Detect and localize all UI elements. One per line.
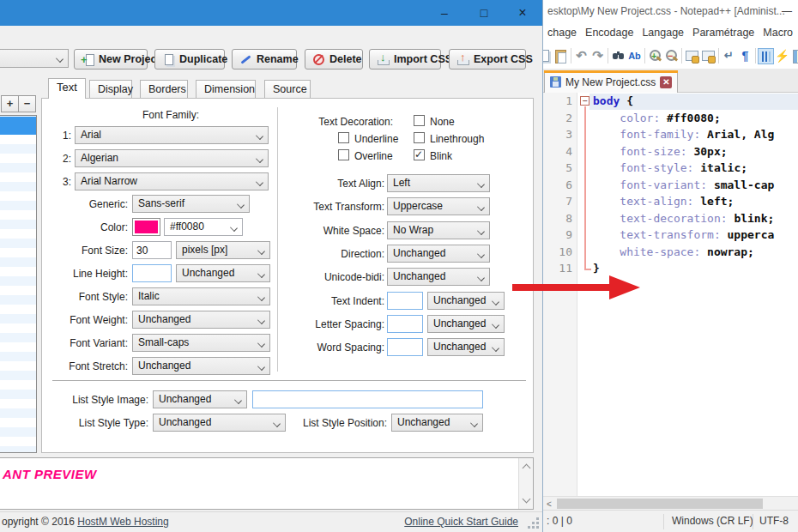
function-list-icon[interactable]: ⚡ <box>774 48 790 64</box>
selected-list-item[interactable] <box>0 117 36 135</box>
horizontal-scrollbar[interactable]: < <box>543 496 798 510</box>
tab-dimension[interactable]: Dimension <box>196 80 256 98</box>
color-swatch[interactable] <box>132 218 160 236</box>
zoom-out-icon[interactable] <box>663 48 680 64</box>
line-number: 7 <box>543 195 572 208</box>
menu-item-macro[interactable]: Macro <box>759 27 797 39</box>
file-tab-label: My New Project.css <box>565 76 656 88</box>
menu-item-langage[interactable]: Langage <box>638 27 688 39</box>
maximize-button[interactable]: □ <box>467 0 501 26</box>
notepad-minimize-button[interactable]: — <box>782 0 792 22</box>
delete-button[interactable]: Delete <box>305 49 363 70</box>
encoding-status: UTF-8 <box>759 511 789 532</box>
unicode-bidi-select[interactable]: Unchanged <box>387 268 490 286</box>
project-selector[interactable] <box>0 49 69 68</box>
family2-label: 2: <box>49 153 71 165</box>
letter-spacing-unit-select[interactable]: Unchanged <box>427 315 505 333</box>
font-style-select[interactable]: Italic <box>132 287 270 305</box>
scroll-down-icon[interactable] <box>523 495 531 504</box>
font-family-2-select[interactable]: Algerian <box>75 149 269 167</box>
font-weight-select[interactable]: Unchanged <box>132 311 270 329</box>
word-wrap-icon[interactable]: ↵ <box>721 48 737 64</box>
decoration-none-checkbox[interactable] <box>414 115 425 126</box>
add-selector-button[interactable]: + <box>1 95 19 112</box>
menu-item-chage[interactable]: chage <box>543 27 581 39</box>
tab-source[interactable]: Source <box>264 80 311 98</box>
decoration-overline-checkbox[interactable] <box>338 149 349 160</box>
sync-scroll-h-icon[interactable] <box>700 48 716 64</box>
decoration-underline-checkbox[interactable] <box>338 132 349 143</box>
font-family-3-select[interactable]: Arial Narrow <box>75 172 269 190</box>
generic-select[interactable]: Sans-serif <box>132 195 250 213</box>
scroll-up-icon[interactable] <box>523 464 531 473</box>
rename-button[interactable]: Rename <box>232 49 297 70</box>
css-editor-window: – □ × New ProjectDuplicateRenameDeleteIm… <box>0 0 542 532</box>
notepad-file-tab[interactable]: My New Project.css ✕ <box>544 70 678 93</box>
remove-selector-button[interactable]: − <box>18 95 36 112</box>
decoration-none-label: None <box>430 116 455 128</box>
redo-icon[interactable]: ↷ <box>589 48 606 64</box>
list-style-image-url-input[interactable] <box>252 390 483 408</box>
scroll-left-icon[interactable]: < <box>547 500 552 508</box>
text-transform-select[interactable]: Uppercase <box>387 197 490 215</box>
code-editor[interactable]: 1body {2 color: #ff0080;3 font-family: A… <box>543 93 798 496</box>
replace-icon[interactable]: Ab <box>626 48 643 64</box>
tab-display[interactable]: Display <box>89 80 132 98</box>
text-indent-input[interactable] <box>387 292 423 310</box>
word-spacing-unit-select[interactable]: Unchanged <box>427 338 505 356</box>
quick-start-guide-link[interactable]: Online Quick Start Guide <box>404 516 518 528</box>
find-icon[interactable] <box>610 48 626 64</box>
indent-guide-icon[interactable] <box>758 48 774 64</box>
font-variant-select[interactable]: Small-caps <box>132 334 270 352</box>
show-all-chars-icon[interactable]: ¶ <box>737 48 753 64</box>
font-stretch-select[interactable]: Unchanged <box>132 357 270 375</box>
duplicate-button[interactable]: Duplicate <box>154 49 225 70</box>
letter-spacing-input[interactable] <box>387 315 423 333</box>
font-size-input[interactable] <box>132 241 172 259</box>
undo-icon[interactable]: ↶ <box>573 48 589 64</box>
code-text: text-transform: upperca <box>593 228 774 241</box>
tab-text[interactable]: Text <box>48 78 86 99</box>
copy-icon[interactable] <box>542 48 553 64</box>
fold-collapse-icon[interactable]: − <box>580 96 589 106</box>
preview-scrollbar[interactable] <box>518 458 533 509</box>
color-hex-combo[interactable]: #ff0080 <box>164 218 243 236</box>
import-css-button[interactable]: Import CSS <box>369 49 441 70</box>
font-family-1-select[interactable]: Arial <box>75 126 269 144</box>
menu-item-encodage[interactable]: Encodage <box>581 27 638 39</box>
hostm-link[interactable]: HostM Web Hosting <box>77 516 168 528</box>
close-button[interactable]: × <box>505 0 540 26</box>
text-align-select[interactable]: Left <box>387 174 490 192</box>
chevron-down-icon <box>230 224 238 232</box>
paste-icon[interactable] <box>553 48 569 64</box>
decoration-blink-checkbox[interactable] <box>414 149 425 160</box>
scrollbar-thumb[interactable] <box>557 499 763 509</box>
line-number: 4 <box>543 145 572 158</box>
resize-grip[interactable] <box>536 526 539 529</box>
line-height-unit-select[interactable]: Unchanged <box>176 264 270 282</box>
document-map-icon[interactable] <box>790 48 798 64</box>
code-text: font-style: italic; <box>593 161 747 174</box>
line-height-input[interactable] <box>132 264 172 282</box>
direction-select[interactable]: Unchanged <box>387 245 490 263</box>
word-spacing-input[interactable] <box>387 338 423 356</box>
decoration-linethrough-checkbox[interactable] <box>414 132 425 143</box>
list-style-position-select[interactable]: Unchanged <box>391 414 483 432</box>
new-project-button[interactable]: New Project <box>74 49 148 70</box>
delete-icon <box>312 53 325 66</box>
font-style-label: Font Style: <box>59 291 128 303</box>
zoom-in-icon[interactable] <box>647 48 663 64</box>
white-space-select[interactable]: No Wrap <box>387 221 490 239</box>
menu-item-paramétrage[interactable]: Paramétrage <box>688 27 759 39</box>
tab-close-icon[interactable]: ✕ <box>660 76 672 88</box>
export-css-button[interactable]: Export CSS <box>449 49 526 70</box>
chevron-down-icon <box>477 251 485 258</box>
list-style-image-select[interactable]: Unchanged <box>153 390 247 408</box>
tab-borders[interactable]: Borders <box>140 80 188 98</box>
sync-scroll-v-icon[interactable] <box>684 48 700 64</box>
font-size-unit-select[interactable]: pixels [px] <box>176 241 270 259</box>
text-indent-unit-select[interactable]: Unchanged <box>427 292 505 310</box>
list-style-type-select[interactable]: Unchanged <box>153 414 286 432</box>
minimize-button[interactable]: – <box>427 0 462 26</box>
selector-list[interactable] <box>0 115 37 453</box>
